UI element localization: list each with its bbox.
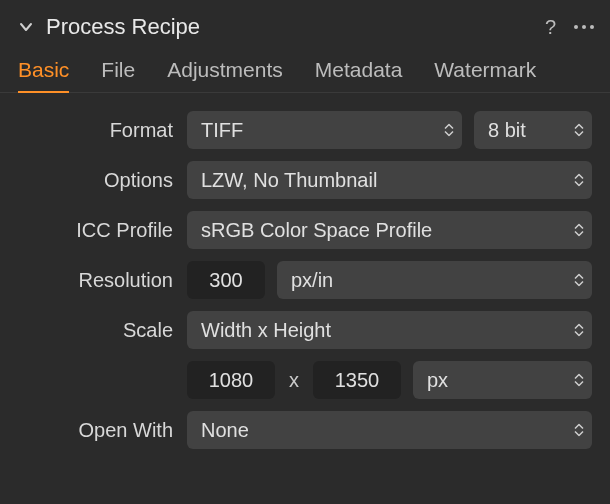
icc-select[interactable]: sRGB Color Space Profile [187, 211, 592, 249]
resolution-unit-value: px/in [291, 269, 333, 292]
process-recipe-panel: Process Recipe ? Basic File Adjustments … [0, 0, 610, 504]
tab-basic[interactable]: Basic [18, 58, 69, 92]
label-openwith: Open With [18, 419, 173, 442]
row-options: Options LZW, No Thumbnail [18, 161, 592, 199]
row-icc: ICC Profile sRGB Color Space Profile [18, 211, 592, 249]
stepper-icon [574, 124, 584, 137]
scale-height-input[interactable]: 1350 [313, 361, 401, 399]
format-type-value: TIFF [201, 119, 243, 142]
stepper-icon [574, 324, 584, 337]
row-scale-dims: 1080 x 1350 px [18, 361, 592, 399]
format-type-select[interactable]: TIFF [187, 111, 462, 149]
panel-title: Process Recipe [46, 14, 533, 40]
panel-header: Process Recipe ? [0, 0, 610, 50]
scale-unit-select[interactable]: px [413, 361, 592, 399]
stepper-icon [444, 124, 454, 137]
format-depth-value: 8 bit [488, 119, 526, 142]
label-options: Options [18, 169, 173, 192]
format-depth-select[interactable]: 8 bit [474, 111, 592, 149]
row-resolution: Resolution 300 px/in [18, 261, 592, 299]
stepper-icon [574, 174, 584, 187]
dimension-separator: x [287, 369, 301, 392]
scale-mode-select[interactable]: Width x Height [187, 311, 592, 349]
resolution-input[interactable]: 300 [187, 261, 265, 299]
tab-watermark[interactable]: Watermark [434, 58, 536, 92]
label-icc: ICC Profile [18, 219, 173, 242]
options-select[interactable]: LZW, No Thumbnail [187, 161, 592, 199]
tab-file[interactable]: File [101, 58, 135, 92]
collapse-icon[interactable] [18, 19, 34, 35]
row-scale: Scale Width x Height [18, 311, 592, 349]
more-icon[interactable] [574, 25, 594, 29]
row-format: Format TIFF 8 bit [18, 111, 592, 149]
scale-unit-value: px [427, 369, 448, 392]
tabs: Basic File Adjustments Metadata Watermar… [0, 50, 610, 93]
scale-width-input[interactable]: 1080 [187, 361, 275, 399]
icc-value: sRGB Color Space Profile [201, 219, 432, 242]
scale-mode-value: Width x Height [201, 319, 331, 342]
help-icon[interactable]: ? [545, 16, 556, 39]
form-basic: Format TIFF 8 bit [0, 93, 610, 449]
stepper-icon [574, 374, 584, 387]
resolution-unit-select[interactable]: px/in [277, 261, 592, 299]
label-format: Format [18, 119, 173, 142]
label-resolution: Resolution [18, 269, 173, 292]
tab-metadata[interactable]: Metadata [315, 58, 403, 92]
openwith-select[interactable]: None [187, 411, 592, 449]
tab-adjustments[interactable]: Adjustments [167, 58, 283, 92]
stepper-icon [574, 274, 584, 287]
openwith-value: None [201, 419, 249, 442]
row-openwith: Open With None [18, 411, 592, 449]
stepper-icon [574, 424, 584, 437]
options-value: LZW, No Thumbnail [201, 169, 377, 192]
label-scale: Scale [18, 319, 173, 342]
stepper-icon [574, 224, 584, 237]
